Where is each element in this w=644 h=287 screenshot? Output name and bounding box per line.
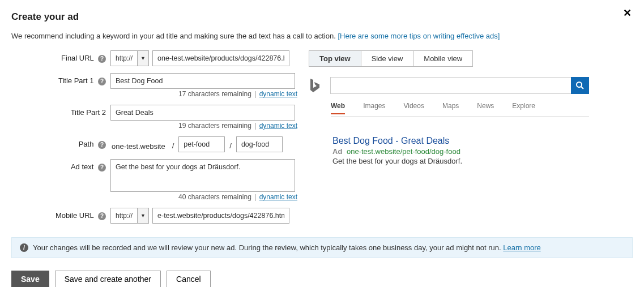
chevron-down-icon: ▼ bbox=[137, 208, 148, 223]
ad-text-input[interactable] bbox=[110, 159, 295, 192]
mobile-url-input[interactable] bbox=[152, 208, 289, 224]
label-title1: Title Part 1 ? bbox=[11, 73, 110, 85]
ad-preview: Best Dog Food - Great Deals Ad one-test.… bbox=[332, 136, 589, 165]
title1-input[interactable] bbox=[110, 73, 295, 89]
bing-search-box bbox=[330, 77, 589, 94]
bing-tab-videos[interactable]: Videos bbox=[403, 102, 424, 114]
label-mobile-url: Mobile URL ? bbox=[11, 208, 110, 220]
help-icon[interactable]: ? bbox=[98, 212, 106, 220]
path-domain: one-test.website bbox=[110, 139, 168, 151]
bing-tab-news[interactable]: News bbox=[477, 102, 494, 114]
ad-preview-url: one-test.website/pet-food/dog-food bbox=[347, 147, 460, 156]
bing-search-button[interactable] bbox=[571, 77, 589, 94]
ad-badge: Ad bbox=[332, 147, 342, 156]
save-and-create-another-button[interactable]: Save and create another bbox=[55, 271, 161, 287]
mobile-url-protocol-select[interactable]: http:// ▼ bbox=[110, 208, 149, 224]
label-final-url: Final URL ? bbox=[11, 50, 110, 63]
help-icon[interactable]: ? bbox=[98, 164, 106, 172]
title1-dynamic-link[interactable]: dynamic text bbox=[259, 90, 297, 98]
learn-more-link[interactable]: Learn more bbox=[503, 243, 540, 252]
info-text: Your changes will be recorded and we wil… bbox=[33, 243, 503, 252]
path2-input[interactable] bbox=[236, 136, 283, 152]
path1-input[interactable] bbox=[178, 136, 225, 152]
svg-point-0 bbox=[577, 82, 582, 87]
tab-top-view[interactable]: Top view bbox=[309, 51, 361, 66]
tab-side-view[interactable]: Side view bbox=[361, 51, 414, 66]
cancel-button[interactable]: Cancel bbox=[167, 271, 211, 287]
preview-view-tabs: Top view Side view Mobile view bbox=[309, 50, 473, 67]
final-url-input[interactable] bbox=[152, 50, 289, 66]
bing-tab-explore[interactable]: Explore bbox=[512, 102, 535, 114]
save-button[interactable]: Save bbox=[11, 271, 49, 287]
label-path: Path ? bbox=[11, 136, 110, 149]
bing-tab-web[interactable]: Web bbox=[331, 102, 345, 114]
svg-line-1 bbox=[581, 87, 583, 89]
title2-dynamic-link[interactable]: dynamic text bbox=[259, 122, 297, 130]
adtext-dynamic-link[interactable]: dynamic text bbox=[259, 193, 297, 201]
title1-remaining: 17 characters remaining | dynamic text bbox=[11, 90, 297, 98]
info-icon: i bbox=[20, 243, 28, 252]
close-icon[interactable]: ✕ bbox=[623, 7, 632, 19]
title2-remaining: 19 characters remaining | dynamic text bbox=[11, 122, 297, 130]
search-icon bbox=[575, 81, 585, 90]
intro-body: We recommend including a keyword in your… bbox=[11, 32, 338, 40]
bing-result-tabs: Web Images Videos Maps News Explore bbox=[331, 100, 589, 117]
ad-preview-title: Best Dog Food - Great Deals bbox=[332, 136, 589, 146]
bing-logo-icon bbox=[309, 78, 321, 93]
help-icon[interactable]: ? bbox=[98, 55, 106, 63]
title2-input[interactable] bbox=[110, 105, 295, 121]
intro-text: We recommend including a keyword in your… bbox=[11, 32, 633, 40]
tab-mobile-view[interactable]: Mobile view bbox=[413, 51, 472, 66]
bing-tab-maps[interactable]: Maps bbox=[442, 102, 459, 114]
bing-search-input[interactable] bbox=[330, 77, 571, 94]
adtext-remaining: 40 characters remaining | dynamic text bbox=[11, 193, 297, 201]
label-ad-text: Ad text ? bbox=[11, 159, 110, 172]
dialog-title: Create your ad bbox=[11, 11, 633, 23]
bing-tab-images[interactable]: Images bbox=[363, 102, 385, 114]
final-url-protocol-select[interactable]: http:// ▼ bbox=[110, 50, 149, 66]
help-icon[interactable]: ? bbox=[98, 78, 106, 85]
ad-preview-desc: Get the best for your dogs at Dräusdorf. bbox=[332, 157, 589, 165]
review-info-bar: i Your changes will be recorded and we w… bbox=[11, 237, 633, 258]
help-icon[interactable]: ? bbox=[98, 141, 106, 149]
intro-tips-link[interactable]: [Here are some more tips on writing effe… bbox=[338, 32, 500, 40]
label-title2: Title Part 2 bbox=[11, 105, 110, 117]
chevron-down-icon: ▼ bbox=[137, 51, 148, 66]
